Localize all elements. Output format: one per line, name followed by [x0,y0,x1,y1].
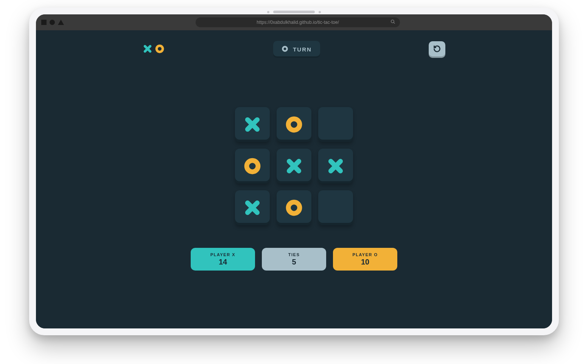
cell-5[interactable] [318,149,353,184]
score-row: PLAYER X 14 TIES 5 PLAYER O 10 [191,248,397,271]
score-label-ties: TIES [288,252,300,257]
x-icon [143,44,152,55]
score-card-player-o: PLAYER O 10 [333,248,397,271]
circle-icon [50,20,55,25]
cell-1[interactable] [277,107,311,142]
svg-point-4 [288,119,300,130]
score-card-ties: TIES 5 [262,248,326,271]
device-notch [267,11,321,13]
svg-line-1 [394,22,395,23]
game-board [235,107,353,225]
svg-point-6 [288,202,300,213]
score-value-o: 10 [361,258,369,266]
logo [143,44,165,55]
score-value-ties: 5 [292,258,296,266]
turn-mark-icon [282,45,288,53]
device-frame: https://0xabdulkhalid.github.io/tic-tac-… [29,8,559,335]
cell-6[interactable] [235,190,270,225]
o-icon [155,44,165,55]
screen: https://0xabdulkhalid.github.io/tic-tac-… [36,14,552,328]
score-value-x: 14 [219,258,227,266]
svg-point-3 [283,47,287,51]
turn-label: TURN [293,46,312,53]
cell-3[interactable] [235,149,270,184]
cell-2[interactable] [318,107,353,142]
restart-button[interactable] [429,41,445,58]
square-icon [41,20,47,25]
window-controls [41,20,64,25]
turn-indicator: TURN [273,41,320,58]
score-label-x: PLAYER X [210,252,235,257]
score-card-player-x: PLAYER X 14 [191,248,255,271]
svg-point-0 [391,20,394,23]
search-icon [390,19,395,25]
cell-8[interactable] [318,190,353,225]
triangle-icon [58,20,64,25]
restart-icon [433,45,441,54]
score-label-o: PLAYER O [352,252,378,257]
cell-0[interactable] [235,107,270,142]
svg-point-2 [157,45,163,51]
header-row: TURN [143,41,445,58]
game-app: TURN PL [36,30,552,328]
svg-point-5 [247,160,258,172]
cell-7[interactable] [277,190,311,225]
browser-chrome: https://0xabdulkhalid.github.io/tic-tac-… [36,14,552,30]
cell-4[interactable] [277,149,311,184]
url-text: https://0xabdulkhalid.github.io/tic-tac-… [257,20,339,25]
url-bar[interactable]: https://0xabdulkhalid.github.io/tic-tac-… [196,17,400,27]
